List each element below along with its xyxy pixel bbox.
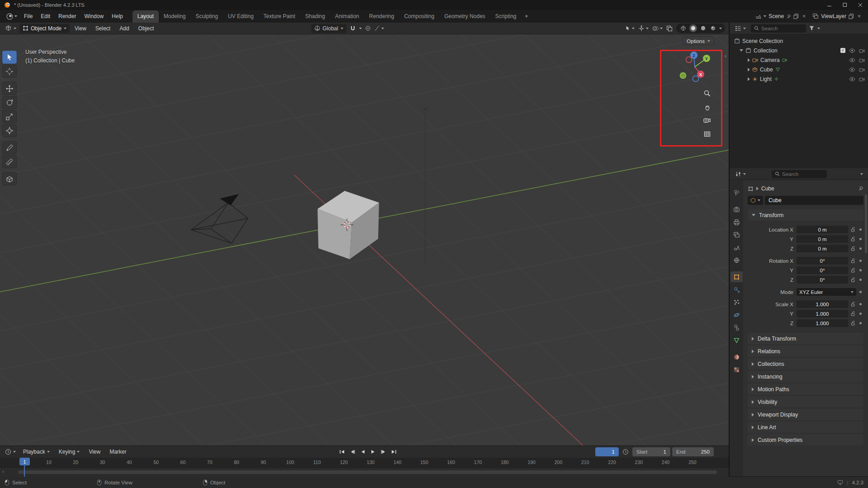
tab-material[interactable] [730, 351, 743, 362]
collection-checkbox[interactable]: ✓ [840, 48, 845, 53]
tab-modeling[interactable]: Modeling [159, 10, 191, 23]
maximize-button[interactable] [837, 0, 853, 10]
tab-animation[interactable]: Animation [330, 10, 364, 23]
hide-eye-icon[interactable] [849, 48, 855, 53]
expand-arrow-icon[interactable] [748, 68, 750, 71]
timeline-editor-type-selector[interactable] [3, 448, 18, 456]
play-button[interactable] [368, 447, 378, 456]
pin-icon[interactable] [786, 14, 791, 19]
shading-dropdown[interactable] [719, 28, 722, 29]
menu-add[interactable]: Add [115, 24, 133, 33]
network-status-icon[interactable] [837, 480, 843, 485]
add-workspace-button[interactable]: + [522, 10, 532, 23]
location-y-field[interactable]: 0 m [797, 235, 848, 243]
shading-solid-button[interactable] [689, 24, 697, 32]
tab-tool[interactable] [730, 187, 743, 198]
proportional-editing-toggle[interactable] [365, 25, 371, 31]
render-camera-icon[interactable] [859, 77, 865, 81]
hide-eye-icon[interactable] [849, 58, 855, 62]
menu-window[interactable]: Window [80, 11, 108, 21]
timeline-track-area[interactable]: › [0, 468, 729, 477]
menu-object[interactable]: Object [134, 24, 158, 33]
tool-move[interactable] [2, 82, 17, 95]
animate-dot[interactable] [859, 303, 862, 305]
remove-viewlayer-icon[interactable]: × [856, 13, 862, 19]
tab-texture-paint[interactable]: Texture Paint [259, 10, 300, 23]
animate-dot[interactable] [859, 247, 862, 250]
proportional-falloff-dropdown[interactable] [374, 25, 384, 31]
menu-render[interactable]: Render [54, 11, 80, 21]
section-collections[interactable]: Collections [748, 358, 863, 370]
start-frame-field[interactable]: Start 1 [632, 447, 670, 456]
viewport-canvas[interactable]: User Perspective (1) Collection | Cube O… [0, 34, 729, 445]
tool-cursor[interactable] [2, 65, 17, 78]
shading-material-button[interactable] [699, 24, 707, 32]
tab-sculpting[interactable]: Sculpting [191, 10, 223, 23]
animate-dot[interactable] [859, 238, 862, 240]
scene-selector[interactable]: Scene × [753, 13, 809, 19]
snap-settings-dropdown[interactable] [359, 28, 362, 29]
viewlayer-selector[interactable]: ViewLayer × [810, 13, 864, 19]
menu-timeline-view[interactable]: View [85, 447, 104, 457]
properties-search-input[interactable] [782, 171, 824, 177]
tool-annotate[interactable] [2, 141, 17, 154]
menu-keying[interactable]: Keying [55, 447, 84, 457]
lock-icon[interactable] [850, 258, 856, 264]
tab-particles[interactable] [730, 297, 743, 308]
animate-dot[interactable] [859, 228, 862, 231]
scale-y-field[interactable]: 1.000 [797, 310, 848, 317]
section-custom-properties[interactable]: Custom Properties [748, 434, 863, 445]
location-z-field[interactable]: 0 m [797, 245, 848, 252]
outliner-row-scene-collection[interactable]: Scene Collection [730, 36, 868, 46]
shading-rendered-button[interactable] [709, 24, 717, 32]
properties-options-dropdown[interactable] [860, 173, 863, 175]
breadcrumb-object-name[interactable]: Cube [761, 185, 774, 192]
tab-compositing[interactable]: Compositing [399, 10, 439, 23]
selectability-visibility-dropdown[interactable] [625, 25, 635, 31]
animate-dot[interactable] [859, 291, 862, 293]
rotation-x-field[interactable]: 0° [797, 257, 848, 265]
section-motion-paths[interactable]: Motion Paths [748, 384, 863, 395]
lock-icon[interactable] [850, 321, 856, 326]
current-frame-field[interactable]: 1 [595, 447, 619, 456]
outliner-row-camera[interactable]: Camera [730, 55, 868, 65]
lock-icon[interactable] [850, 237, 856, 242]
lock-icon[interactable] [850, 277, 856, 283]
section-line-art[interactable]: Line Art [748, 422, 863, 433]
section-instancing[interactable]: Instancing [748, 371, 863, 382]
camera-object[interactable] [191, 194, 248, 243]
outliner-row-cube[interactable]: Cube [730, 65, 868, 74]
properties-editor-type-selector[interactable] [733, 170, 748, 178]
snap-toggle[interactable] [350, 25, 356, 32]
light-object[interactable] [422, 105, 429, 263]
tab-output[interactable] [730, 217, 743, 227]
animate-dot[interactable] [859, 322, 862, 324]
menu-file[interactable]: File [20, 11, 37, 21]
properties-scrollbar[interactable] [865, 194, 867, 253]
outliner-options-dropdown[interactable] [817, 28, 820, 29]
editor-type-selector[interactable] [3, 24, 19, 33]
menu-select[interactable]: Select [91, 24, 114, 33]
lock-icon[interactable] [850, 268, 856, 273]
section-transform[interactable]: Transform [748, 209, 863, 221]
animate-dot[interactable] [859, 260, 862, 262]
outliner-filter-icon[interactable] [809, 25, 815, 31]
use-preview-range-icon[interactable] [622, 449, 629, 455]
tab-layout[interactable]: Layout [133, 10, 159, 23]
lock-icon[interactable] [850, 246, 856, 251]
tab-render[interactable] [730, 204, 743, 215]
sidebar-toggle-arrow[interactable]: ‹ [725, 52, 726, 59]
end-frame-field[interactable]: End 250 [672, 447, 714, 456]
new-viewlayer-icon[interactable] [849, 14, 854, 19]
tool-measure[interactable] [2, 155, 17, 168]
menu-playback[interactable]: Playback [19, 447, 54, 457]
hide-eye-icon[interactable] [849, 67, 855, 72]
xray-toggle[interactable] [666, 25, 673, 32]
minimize-button[interactable] [822, 0, 837, 10]
previous-keyframe-button[interactable] [347, 447, 357, 456]
expand-arrow-icon[interactable] [748, 77, 750, 81]
jump-to-start-button[interactable] [337, 447, 346, 456]
section-relations[interactable]: Relations [748, 346, 863, 357]
scale-x-field[interactable]: 1.000 [797, 300, 848, 308]
options-button[interactable]: Options [683, 37, 714, 45]
